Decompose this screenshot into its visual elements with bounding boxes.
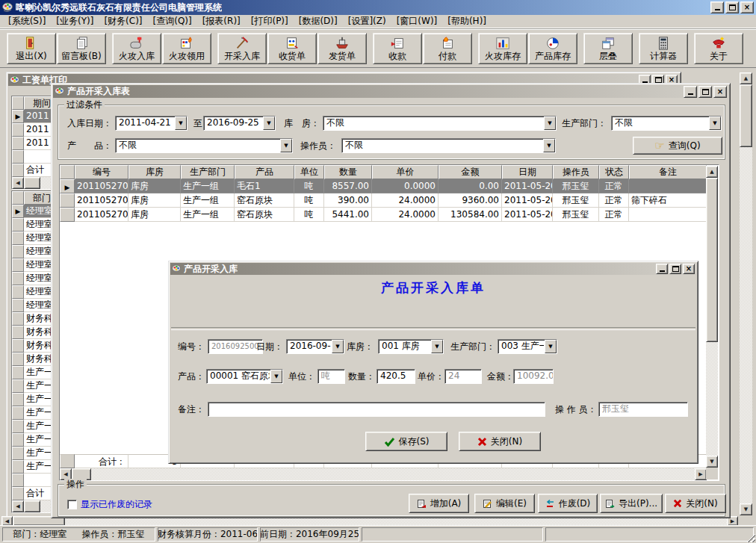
menu-item[interactable]: [窗口(W)] xyxy=(391,14,443,28)
toolbar-button-receipt[interactable]: 收货单 xyxy=(267,33,317,64)
toolbar-button-product-stock[interactable]: 产品库存 xyxy=(528,33,577,64)
dropdown-button[interactable]: ▼ xyxy=(545,340,557,353)
column-header[interactable]: 生产部门 xyxy=(181,165,235,179)
row-selector[interactable] xyxy=(12,326,24,339)
column-header[interactable]: 单位 xyxy=(294,165,324,179)
row-selector[interactable] xyxy=(12,258,24,272)
query-button[interactable]: ☞ 查询(Q) xyxy=(633,137,722,155)
scrollbar-thumb[interactable] xyxy=(24,500,40,512)
dropdown-button[interactable]: ▼ xyxy=(544,117,556,130)
column-header[interactable]: 单价 xyxy=(372,165,439,179)
column-header[interactable]: 日期 xyxy=(502,165,553,179)
add-button[interactable]: 增加(A) xyxy=(409,494,469,513)
menu-item[interactable]: [帮助(H)] xyxy=(442,14,492,28)
row-selector[interactable] xyxy=(12,447,24,460)
toolbar-button-fire-issue[interactable]: 火攻领用 xyxy=(162,33,211,64)
menu-item[interactable]: [报表(R)] xyxy=(197,14,246,28)
row-selector[interactable] xyxy=(12,474,24,487)
table-row[interactable]: 201105270004 库房 生产一组 窑石原块 吨 390.00 24.00… xyxy=(60,193,719,208)
save-button[interactable]: 保存(S) xyxy=(365,432,447,451)
row-selector[interactable] xyxy=(12,285,24,299)
row-selector[interactable]: ▶ xyxy=(12,205,24,218)
menu-item[interactable]: [系统(S)] xyxy=(3,14,51,28)
date-combo[interactable]: 2016-09-25 ▼ xyxy=(286,339,344,354)
dropdown-button[interactable]: ▼ xyxy=(543,139,555,152)
row-selector[interactable] xyxy=(12,123,24,137)
row-selector[interactable] xyxy=(12,272,24,285)
row-selector[interactable] xyxy=(12,420,24,433)
scroll-down-button[interactable]: ▼ xyxy=(706,456,718,468)
dropdown-button[interactable]: ▼ xyxy=(431,340,443,353)
column-header[interactable]: 操作员 xyxy=(553,165,599,179)
row-selector[interactable] xyxy=(12,232,24,245)
scrollbar-thumb[interactable] xyxy=(24,177,40,189)
scrollbar-track[interactable] xyxy=(91,468,695,480)
dept-combo[interactable]: 不限 ▼ xyxy=(611,116,722,131)
scrollbar-thumb[interactable] xyxy=(740,84,752,147)
warehouse-combo[interactable]: 不限 ▼ xyxy=(323,116,557,131)
toolbar-button-mining-inbound[interactable]: 开采入库 xyxy=(217,33,267,64)
operator-combo[interactable]: 不限 ▼ xyxy=(341,138,556,153)
scrollbar-thumb[interactable] xyxy=(706,178,718,342)
menu-item[interactable]: [财务(C)] xyxy=(99,14,147,28)
scroll-left-button[interactable]: ◀ xyxy=(12,177,24,189)
toolbar-button-message-board[interactable]: 留言板(B) xyxy=(57,33,106,64)
menu-item[interactable]: [打印(P)] xyxy=(246,14,294,28)
product-combo[interactable]: 00001 窑石原块 ▼ xyxy=(206,369,283,384)
edit-button[interactable]: 编辑(E) xyxy=(474,494,535,513)
row-selector[interactable] xyxy=(12,487,24,500)
scrollbar-track[interactable] xyxy=(740,147,752,503)
row-selector[interactable] xyxy=(12,353,24,366)
toolbar-button-calculator[interactable]: 计算器 xyxy=(639,33,688,64)
dropdown-button[interactable]: ▼ xyxy=(280,139,292,152)
scrollbar-track[interactable] xyxy=(706,342,718,456)
row-selector[interactable] xyxy=(12,137,24,150)
toolbar-button-pay[interactable]: 付款 xyxy=(423,33,472,64)
table-row[interactable]: ▶ 201105270006 库房 生产一组 毛石1 吨 8557.00 0.0… xyxy=(60,179,719,193)
row-selector[interactable]: ▶ xyxy=(12,110,24,123)
row-selector[interactable] xyxy=(12,379,24,393)
toolbar-button-fire-inbound[interactable]: 火攻入库 xyxy=(112,33,161,64)
dropdown-button[interactable]: ▼ xyxy=(263,117,275,130)
minimize-button[interactable] xyxy=(684,86,697,98)
column-header[interactable]: 备注 xyxy=(629,165,707,179)
scroll-down-button[interactable]: ▼ xyxy=(740,503,752,515)
toolbar-button-receive-payment[interactable]: 收款 xyxy=(373,33,422,64)
row-selector[interactable] xyxy=(12,312,24,326)
maximize-button[interactable] xyxy=(669,264,681,274)
close-button[interactable]: × xyxy=(740,1,754,13)
dropdown-button[interactable]: ▼ xyxy=(332,340,344,353)
row-selector[interactable] xyxy=(12,299,24,312)
export-button[interactable]: 导出(P)... xyxy=(600,494,663,513)
column-header[interactable]: 状态 xyxy=(599,165,629,179)
resize-grip[interactable] xyxy=(746,533,755,542)
row-selector[interactable] xyxy=(12,164,24,177)
toolbar-button-fire-stock[interactable]: 火攻库存 xyxy=(478,33,527,64)
menu-item[interactable]: [设置](Z) xyxy=(343,14,391,28)
row-selector[interactable]: ▶ xyxy=(60,179,75,193)
dept-combo[interactable]: 003 生产一组 ▼ xyxy=(498,339,557,354)
row-selector[interactable] xyxy=(12,150,24,164)
warehouse-combo[interactable]: 001 库房 ▼ xyxy=(378,339,444,354)
menu-item[interactable]: [业务(Y)] xyxy=(51,14,99,28)
row-selector[interactable] xyxy=(12,406,24,420)
menu-item[interactable]: [查询(Q)] xyxy=(148,14,197,28)
qty-field[interactable]: 420.5 xyxy=(377,369,415,384)
table-row[interactable]: 201105270002 库房 生产一组 窑石原块 吨 5441.00 24.0… xyxy=(60,208,719,222)
dropdown-button[interactable]: ▼ xyxy=(175,117,187,130)
show-voided-checkbox[interactable] xyxy=(67,500,77,509)
void-button[interactable]: 作废(D) xyxy=(538,494,598,513)
row-selector[interactable] xyxy=(12,433,24,447)
minimize-button[interactable] xyxy=(710,1,724,13)
entry-close-button[interactable]: 关闭(N) xyxy=(459,432,541,451)
minimize-button[interactable] xyxy=(656,264,668,274)
row-selector[interactable] xyxy=(12,460,24,474)
column-header[interactable]: 数量 xyxy=(324,165,372,179)
dropdown-button[interactable]: ▼ xyxy=(709,117,721,130)
table-vscrollbar[interactable]: ▲ ▼ xyxy=(706,166,718,468)
menu-item[interactable]: [数据(D)] xyxy=(294,14,343,28)
close-dialog-button[interactable]: 关闭(N) xyxy=(665,494,726,513)
column-header[interactable]: 产品 xyxy=(235,165,294,179)
product-combo[interactable]: 不限 ▼ xyxy=(115,138,293,153)
row-selector[interactable] xyxy=(60,208,75,222)
